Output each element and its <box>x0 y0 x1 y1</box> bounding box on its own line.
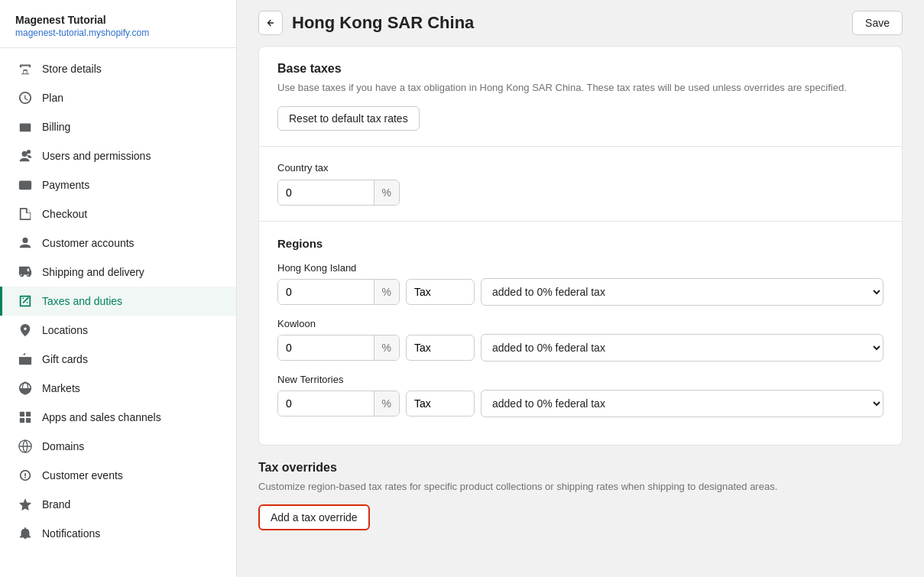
gift-cards-icon <box>18 352 33 367</box>
regions-section: Regions Hong Kong Island % added to 0% f… <box>259 221 902 445</box>
region-fields-hk-island: % added to 0% federal tax combined with … <box>277 278 883 306</box>
sidebar-label-users-permissions: Users and permissions <box>42 150 151 162</box>
region-pct-group-kowloon: % <box>277 335 400 361</box>
region-name-hk-island: Hong Kong Island <box>277 262 883 274</box>
region-pct-group-hk-island: % <box>277 279 400 305</box>
region-pct-input-hk-island[interactable] <box>278 280 374 304</box>
customer-events-icon <box>18 468 33 483</box>
region-tax-label-kowloon[interactable] <box>406 335 475 361</box>
taxes-icon <box>18 293 33 309</box>
sidebar-item-markets[interactable]: Markets <box>0 374 236 403</box>
svg-rect-1 <box>19 181 31 190</box>
region-row-new-territories: New Territories % added to 0% federal ta… <box>277 374 883 417</box>
region-pct-group-new-territories: % <box>277 391 400 417</box>
sidebar-label-locations: Locations <box>42 324 88 336</box>
region-pct-input-new-territories[interactable] <box>278 391 374 416</box>
sidebar-label-shipping-delivery: Shipping and delivery <box>42 266 144 278</box>
sidebar-item-payments[interactable]: Payments <box>0 170 236 199</box>
region-tax-label-hk-island[interactable] <box>406 279 475 305</box>
sidebar-label-plan: Plan <box>42 92 63 104</box>
page-title: Hong Kong SAR China <box>292 13 474 33</box>
sidebar-label-taxes-duties: Taxes and duties <box>42 295 122 307</box>
sidebar-label-checkout: Checkout <box>42 208 87 220</box>
customer-accounts-icon <box>18 235 33 251</box>
sidebar-item-brand[interactable]: Brand <box>0 490 236 519</box>
sidebar-item-store-details[interactable]: Store details <box>0 54 236 83</box>
billing-icon <box>18 119 33 135</box>
tax-overrides-section: Tax overrides Customize region-based tax… <box>258 461 903 531</box>
sidebar-item-plan[interactable]: Plan <box>0 83 236 112</box>
region-pct-suffix-kowloon: % <box>374 336 399 360</box>
region-pct-suffix-hk-island: % <box>374 280 399 304</box>
shop-url[interactable]: magenest-tutorial.myshopify.com <box>15 28 149 38</box>
sidebar-item-checkout[interactable]: Checkout <box>0 199 236 229</box>
store-icon <box>18 61 33 76</box>
country-tax-input-group: % <box>277 180 400 206</box>
sidebar-label-domains: Domains <box>42 440 84 452</box>
sidebar-item-users-permissions[interactable]: Users and permissions <box>0 141 236 170</box>
sidebar: Magenest Tutorial magenest-tutorial.mysh… <box>0 0 237 577</box>
sidebar-label-payments: Payments <box>42 179 89 191</box>
apps-icon <box>18 410 33 425</box>
main-content-area: Hong Kong SAR China Save Base taxes Use … <box>237 0 924 577</box>
svg-rect-0 <box>20 124 31 132</box>
sidebar-item-apps-sales[interactable]: Apps and sales channels <box>0 403 236 432</box>
plan-icon <box>18 90 33 105</box>
save-button[interactable]: Save <box>852 11 903 35</box>
region-pct-input-kowloon[interactable] <box>278 336 374 360</box>
add-tax-override-button[interactable]: Add a tax override <box>258 504 370 530</box>
svg-rect-5 <box>20 418 24 423</box>
users-icon <box>18 148 33 164</box>
sidebar-label-customer-accounts: Customer accounts <box>42 237 135 249</box>
sidebar-item-billing[interactable]: Billing <box>0 112 236 141</box>
region-name-kowloon: Kowloon <box>277 318 883 329</box>
back-button[interactable] <box>258 11 283 35</box>
notifications-icon <box>18 526 33 541</box>
sidebar-label-notifications: Notifications <box>42 527 100 540</box>
country-tax-input[interactable] <box>278 180 374 205</box>
sidebar-label-store-details: Store details <box>42 63 102 75</box>
domains-icon <box>18 439 33 454</box>
sidebar-label-customer-events: Customer events <box>42 469 123 481</box>
country-tax-label: Country tax <box>277 162 883 173</box>
sidebar-label-gift-cards: Gift cards <box>42 353 88 365</box>
checkout-icon <box>18 206 33 222</box>
svg-rect-6 <box>26 418 31 423</box>
base-taxes-title: Base taxes <box>277 62 883 76</box>
region-select-new-territories[interactable]: added to 0% federal tax combined with 0%… <box>481 390 883 417</box>
locations-icon <box>18 323 33 338</box>
sidebar-nav: Store details Plan Billing Users and per… <box>0 48 236 554</box>
region-fields-new-territories: % added to 0% federal tax combined with … <box>277 390 883 417</box>
base-taxes-section: Base taxes Use base taxes if you have a … <box>259 47 902 146</box>
tax-overrides-desc: Customize region-based tax rates for spe… <box>258 479 903 494</box>
sidebar-item-domains[interactable]: Domains <box>0 432 236 461</box>
region-row-kowloon: Kowloon % added to 0% federal tax combin… <box>277 318 883 361</box>
country-tax-section: Country tax % <box>259 146 902 221</box>
region-select-hk-island[interactable]: added to 0% federal tax combined with 0%… <box>481 278 883 306</box>
main-scrollable: Base taxes Use base taxes if you have a … <box>237 46 924 567</box>
sidebar-item-gift-cards[interactable]: Gift cards <box>0 345 236 374</box>
region-row-hk-island: Hong Kong Island % added to 0% federal t… <box>277 262 883 306</box>
sidebar-item-shipping-delivery[interactable]: Shipping and delivery <box>0 258 236 287</box>
sidebar-item-customer-accounts[interactable]: Customer accounts <box>0 229 236 258</box>
sidebar-item-locations[interactable]: Locations <box>0 316 236 345</box>
sidebar-item-notifications[interactable]: Notifications <box>0 519 236 548</box>
tax-overrides-title: Tax overrides <box>258 461 903 475</box>
sidebar-label-billing: Billing <box>42 121 70 133</box>
payments-icon <box>18 177 33 193</box>
sidebar-item-taxes-duties[interactable]: Taxes and duties <box>0 287 236 316</box>
svg-rect-3 <box>20 412 24 417</box>
sidebar-label-markets: Markets <box>42 382 80 394</box>
reset-default-tax-rates-button[interactable]: Reset to default tax rates <box>277 106 420 131</box>
base-taxes-card: Base taxes Use base taxes if you have a … <box>258 46 903 446</box>
sidebar-item-customer-events[interactable]: Customer events <box>0 461 236 490</box>
region-tax-label-new-territories[interactable] <box>406 391 475 417</box>
region-select-kowloon[interactable]: added to 0% federal tax combined with 0%… <box>481 334 883 361</box>
sidebar-label-apps-sales: Apps and sales channels <box>42 411 161 423</box>
regions-title: Regions <box>277 237 883 250</box>
sidebar-header: Magenest Tutorial magenest-tutorial.mysh… <box>0 0 236 48</box>
region-name-new-territories: New Territories <box>277 374 883 385</box>
header-left: Hong Kong SAR China <box>258 11 474 35</box>
sidebar-label-brand: Brand <box>42 498 70 511</box>
region-pct-suffix-new-territories: % <box>374 391 399 416</box>
